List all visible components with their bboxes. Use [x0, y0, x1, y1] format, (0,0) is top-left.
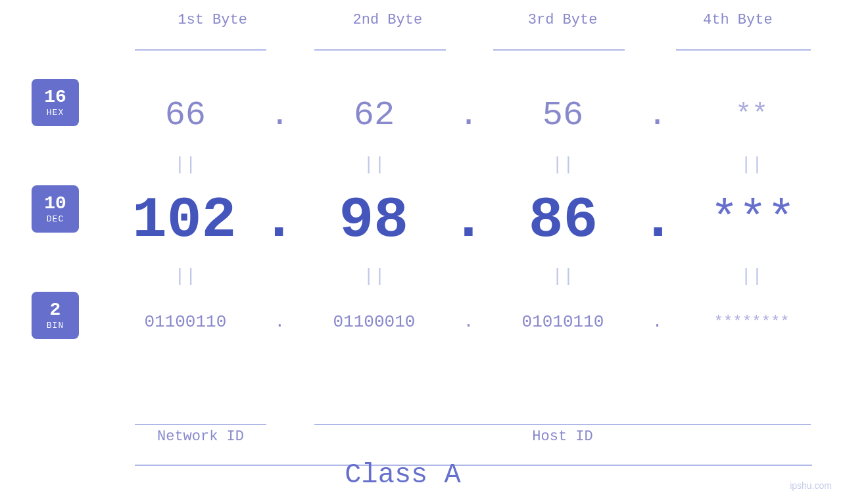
hex-dot3-cell: . — [643, 96, 671, 135]
dec-badge: 10 DEC — [32, 185, 79, 233]
hex-b4: ** — [735, 99, 768, 131]
hex-b2: 62 — [354, 96, 395, 135]
eq1-b4: || — [671, 154, 832, 175]
dec-row: 102 . 98 . 86 . *** — [105, 181, 832, 260]
eq-row-2: || || || || — [105, 260, 832, 292]
host-id-bracket — [314, 424, 811, 425]
byte3-header: 3rd Byte — [475, 12, 650, 28]
hex-dot2: . — [458, 96, 479, 135]
hex-name: HEX — [47, 108, 64, 118]
bracket-line-3 — [493, 49, 625, 51]
byte4-header: 4th Byte — [650, 12, 825, 28]
hex-badge: 16 HEX — [32, 79, 79, 126]
eq1-b3: || — [483, 154, 643, 175]
bin-num: 2 — [50, 300, 61, 321]
bin-badge: 2 BIN — [32, 292, 79, 339]
dec-dot3-cell: . — [642, 188, 674, 253]
bin-dot1: . — [275, 312, 285, 332]
bin-dot3-cell: . — [643, 312, 671, 332]
bin-dot3: . — [652, 312, 663, 332]
dec-b1-cell: 102 — [105, 188, 263, 253]
hex-b1: 66 — [165, 96, 206, 135]
eq2-b4-val: || — [740, 266, 763, 286]
hex-num: 16 — [44, 87, 66, 108]
eq2-b3: || — [483, 266, 643, 286]
eq-row-1: || || || || — [105, 148, 832, 181]
dec-dot2-cell: . — [453, 188, 485, 253]
dec-b2: 98 — [339, 188, 409, 253]
hex-row: 66 . 62 . 56 . ** — [105, 82, 832, 148]
dec-b4-cell: *** — [674, 193, 832, 247]
dec-dot1: . — [262, 188, 297, 253]
hex-b4-cell: ** — [671, 99, 832, 131]
base-labels: 16 HEX 10 DEC 2 BIN — [32, 79, 79, 339]
bin-row: 01100110 . 01100010 . 01010110 . *******… — [105, 292, 832, 352]
eq1-b4-val: || — [740, 154, 763, 175]
eq1-b1: || — [105, 154, 266, 175]
dec-dot2: . — [451, 188, 486, 253]
dec-dot3: . — [640, 188, 675, 253]
bin-b4-cell: ******** — [671, 313, 832, 331]
bin-b4: ******** — [714, 313, 790, 331]
main-container: 1st Byte 2nd Byte 3rd Byte 4th Byte 16 H… — [0, 0, 845, 504]
eq1-b2: || — [294, 154, 454, 175]
bin-b1-cell: 01100110 — [105, 312, 266, 332]
hex-dot1-cell: . — [266, 96, 294, 135]
byte2-header: 2nd Byte — [300, 12, 475, 28]
eq2-b2: || — [294, 266, 454, 286]
eq2-b1-val: || — [174, 266, 197, 286]
class-label: Class A — [0, 459, 806, 491]
dec-b1: 102 — [132, 188, 236, 253]
hex-dot1: . — [270, 96, 290, 135]
hex-b1-cell: 66 — [105, 96, 266, 135]
watermark: ipshu.com — [790, 480, 832, 491]
hex-b2-cell: 62 — [294, 96, 454, 135]
hex-b3-cell: 56 — [483, 96, 643, 135]
network-id-label: Network ID — [135, 428, 266, 445]
dec-b2-cell: 98 — [295, 188, 452, 253]
network-id-bracket — [135, 424, 266, 425]
eq1-b1-val: || — [174, 154, 197, 175]
dec-b4: *** — [710, 193, 796, 247]
dec-dot1-cell: . — [263, 188, 295, 253]
dec-num: 10 — [44, 194, 66, 214]
bracket-line-1 — [135, 49, 266, 51]
eq2-b2-val: || — [363, 266, 385, 286]
eq1-b2-val: || — [363, 154, 385, 175]
bracket-line-4 — [676, 49, 811, 51]
values-grid: 66 . 62 . 56 . ** || — [105, 66, 832, 352]
dec-b3-cell: 86 — [485, 188, 642, 253]
bracket-line-2 — [314, 49, 446, 51]
eq2-b1: || — [105, 266, 266, 286]
bin-dot1-cell: . — [266, 312, 294, 332]
bin-dot2: . — [464, 312, 474, 332]
byte1-header: 1st Byte — [125, 12, 300, 28]
eq2-b3-val: || — [552, 266, 574, 286]
bin-name: BIN — [47, 321, 64, 331]
hex-dot3: . — [647, 96, 667, 135]
dec-b3: 86 — [529, 188, 598, 253]
bin-b2: 01100010 — [333, 312, 416, 332]
hex-dot2-cell: . — [454, 96, 483, 135]
bin-b3-cell: 01010110 — [483, 312, 643, 332]
hex-b3: 56 — [543, 96, 583, 135]
dec-name: DEC — [47, 214, 64, 224]
host-id-label: Host ID — [314, 428, 811, 445]
bin-dot2-cell: . — [454, 312, 483, 332]
byte-headers: 1st Byte 2nd Byte 3rd Byte 4th Byte — [125, 12, 825, 28]
bin-b3: 01010110 — [522, 312, 604, 332]
bin-b1: 01100110 — [144, 312, 226, 332]
bin-b2-cell: 01100010 — [294, 312, 454, 332]
eq1-b3-val: || — [552, 154, 574, 175]
eq2-b4: || — [671, 266, 832, 286]
